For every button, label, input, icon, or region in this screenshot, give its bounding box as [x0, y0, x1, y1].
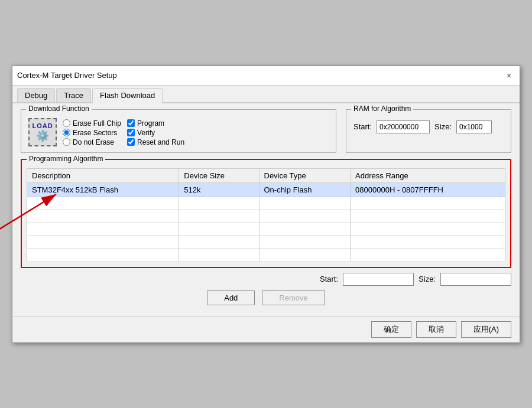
close-button[interactable]: ×: [503, 70, 515, 81]
radio-do-not-erase[interactable]: Do not Erase: [63, 138, 121, 146]
download-function-group: Download Function LOAD ⚙️ Erase Full Chi…: [21, 109, 336, 153]
ok-button[interactable]: 确定: [371, 321, 411, 338]
title-bar: Cortex-M Target Driver Setup ×: [12, 66, 520, 86]
ram-size-input[interactable]: [456, 120, 492, 133]
add-remove-row: Add Remove: [21, 291, 511, 305]
load-text: LOAD: [32, 122, 53, 129]
apply-button[interactable]: 应用(A): [461, 321, 511, 338]
cancel-button[interactable]: 取消: [416, 321, 456, 338]
table-cell-address_range: 08000000H - 0807FFFFH: [351, 182, 505, 197]
download-function-label: Download Function: [26, 105, 92, 113]
main-content: Download Function LOAD ⚙️ Erase Full Chi…: [12, 103, 520, 316]
main-window: Cortex-M Target Driver Setup × Debug Tra…: [12, 66, 520, 343]
radio-do-not-erase-input[interactable]: [63, 138, 70, 146]
check-reset-run-input[interactable]: [127, 138, 135, 146]
col-description: Description: [27, 168, 179, 182]
radio-column: Erase Full Chip Erase Sectors Do not Era…: [63, 119, 121, 146]
check-reset-run[interactable]: Reset and Run: [127, 138, 184, 146]
ram-size-label: Size:: [434, 122, 452, 131]
algo-table: Description Device Size Device Type Addr…: [27, 168, 505, 262]
ram-start-input[interactable]: [377, 120, 430, 133]
load-icon: LOAD ⚙️: [28, 118, 57, 146]
checkbox-column: Program Verify Reset and Run: [127, 119, 184, 146]
ram-algorithm-label: RAM for Algorithm: [351, 105, 413, 113]
check-program[interactable]: Program: [127, 119, 184, 128]
check-verify-input[interactable]: [127, 129, 135, 136]
check-verify[interactable]: Verify: [127, 129, 184, 137]
check-program-input[interactable]: [127, 119, 135, 127]
radio-erase-sectors-input[interactable]: [63, 129, 70, 136]
col-address-range: Address Range: [351, 168, 505, 182]
add-button[interactable]: Add: [207, 291, 255, 305]
table-cell-description: STM32F4xx 512kB Flash: [27, 182, 179, 197]
tab-bar: Debug Trace Flash Download: [12, 86, 520, 103]
table-row-empty: [27, 236, 505, 249]
tab-trace[interactable]: Trace: [56, 88, 91, 102]
table-row-empty: [27, 197, 505, 210]
table-row-empty: [27, 249, 505, 262]
bottom-start-label: Start:: [320, 275, 338, 283]
tab-debug[interactable]: Debug: [17, 88, 55, 102]
radio-erase-sectors[interactable]: Erase Sectors: [63, 129, 121, 137]
bottom-fields: Start: Size:: [21, 273, 511, 286]
programming-algorithm-group: Programming Algorithm Description Device…: [21, 159, 511, 268]
remove-button[interactable]: Remove: [262, 291, 325, 305]
table-cell-device_size: 512k: [179, 182, 259, 197]
algo-table-header: Description Device Size Device Type Addr…: [27, 168, 505, 182]
tab-flash-download[interactable]: Flash Download: [92, 88, 163, 103]
df-inner: LOAD ⚙️ Erase Full Chip Erase Sectors: [28, 118, 329, 146]
radio-erase-full-input[interactable]: [63, 119, 70, 127]
bottom-size-label: Size:: [419, 275, 436, 283]
footer: 确定 取消 应用(A): [12, 316, 520, 342]
col-device-type: Device Type: [259, 168, 351, 182]
radio-erase-full[interactable]: Erase Full Chip: [63, 119, 121, 128]
window-title: Cortex-M Target Driver Setup: [17, 71, 117, 80]
prog-algo-wrapper: Programming Algorithm Description Device…: [21, 159, 511, 268]
bottom-start-input[interactable]: [343, 273, 414, 286]
table-cell-device_type: On-chip Flash: [259, 182, 351, 197]
ram-start-label: Start:: [353, 122, 372, 131]
table-row-empty: [27, 223, 505, 236]
ram-algorithm-group: RAM for Algorithm Start: Size:: [346, 109, 511, 153]
ram-inner: Start: Size:: [353, 120, 504, 133]
bottom-size-input[interactable]: [440, 273, 511, 286]
table-row[interactable]: STM32F4xx 512kB Flash512kOn-chip Flash08…: [27, 182, 505, 197]
table-row-empty: [27, 210, 505, 223]
load-gear-icon: ⚙️: [36, 129, 49, 142]
col-device-size: Device Size: [179, 168, 259, 182]
programming-algorithm-label: Programming Algorithm: [27, 155, 105, 163]
top-row: Download Function LOAD ⚙️ Erase Full Chi…: [21, 109, 511, 153]
